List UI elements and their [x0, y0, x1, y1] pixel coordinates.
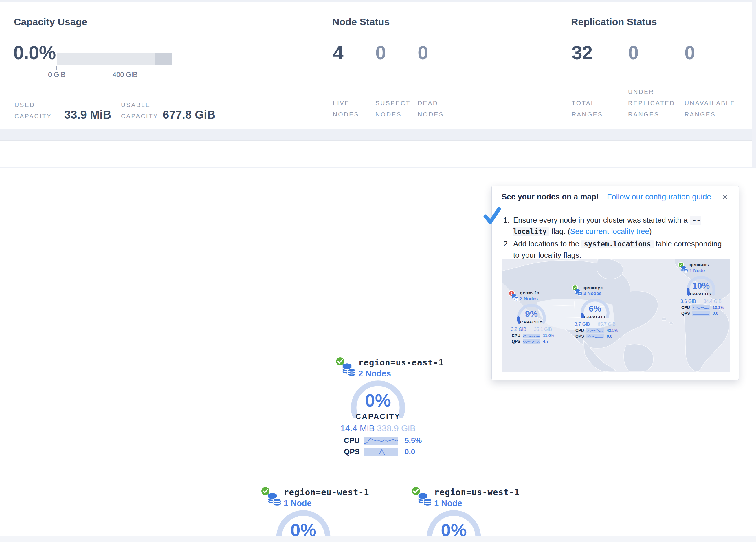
unavailable-label: UNAVAILABLERANGES	[685, 97, 735, 120]
used-value: 14.4 MiB	[340, 423, 375, 433]
cpu-label: CPU	[512, 333, 522, 338]
locality-tree-link[interactable]: See current locality tree	[570, 227, 649, 236]
geo-card-ams[interactable]: geo=ams 1 Node 10% CAPACITY 3.6 GiB 34.4…	[678, 262, 724, 316]
live-nodes-label: LIVENODES	[333, 97, 359, 120]
gauge-capacity-label: CAPACITY	[685, 292, 717, 296]
config-step-2: 2. Add locations to the system.locations…	[503, 238, 723, 260]
replication-status-title: Replication Status	[571, 16, 657, 27]
region-card-us-west-1[interactable]: region=us-west-1 1 Node 0% CAPACITY 9.6 …	[405, 485, 502, 542]
qps-label: QPS	[681, 311, 692, 316]
live-nodes-count: 4	[333, 42, 343, 64]
suspect-nodes-label: SUSPECTNODES	[375, 97, 411, 120]
gauge-capacity-label: CAPACITY	[579, 315, 611, 319]
capacity-axis-400: 400 GiB	[108, 71, 142, 79]
database-nodes-icon	[680, 265, 689, 273]
capacity-gauge: 6% CAPACITY	[579, 297, 611, 320]
suspect-nodes-count: 0	[375, 42, 386, 64]
usable-capacity-value: 677.8 GiB	[163, 108, 215, 121]
database-nodes-icon	[266, 491, 282, 508]
popup-title: See your nodes on a map!	[502, 192, 599, 201]
geo-name: geo=ams	[689, 262, 709, 267]
qps-sparkline	[523, 339, 540, 344]
qps-value: 0.0	[607, 334, 612, 339]
geo-name: geo=sfo	[520, 290, 539, 296]
capacity-gauge: 9% CAPACITY	[515, 303, 548, 326]
config-step-1: 1. Ensure every node in your cluster was…	[503, 214, 723, 237]
cpu-sparkline	[523, 334, 540, 338]
unavailable-count: 0	[685, 42, 695, 64]
qps-label: QPS	[575, 334, 586, 339]
under-replicated-count: 0	[628, 42, 638, 64]
qps-sparkline	[692, 311, 710, 316]
cpu-label: CPU	[681, 305, 692, 310]
gauge-percent: 9%	[515, 309, 548, 319]
region-node-count[interactable]: 1 Node	[284, 499, 369, 508]
close-button[interactable]	[721, 193, 729, 201]
cpu-value: 11.0%	[543, 333, 554, 338]
dead-nodes-count: 0	[418, 42, 428, 64]
configuration-guide-link[interactable]: Follow our configuration guide	[607, 192, 711, 201]
region-name: region=us-west-1	[434, 487, 520, 497]
region-name: region=us-east-1	[358, 358, 444, 368]
region-node-count[interactable]: 2 Nodes	[358, 369, 444, 379]
cluster-summary-panel: Capacity Usage 0.0% 0 GiB 400 GiB USEDCA…	[0, 2, 752, 129]
cpu-label: CPU	[344, 436, 362, 445]
region-name: region=eu-west-1	[284, 487, 369, 497]
node-status-title: Node Status	[332, 16, 390, 27]
cpu-sparkline	[586, 328, 604, 333]
geo-node-count[interactable]: 1 Node	[689, 268, 709, 273]
gauge-percent: 0%	[348, 390, 408, 411]
capacity-axis-0: 0 GiB	[39, 71, 74, 79]
capacity-gauge: 10% CAPACITY	[685, 275, 717, 297]
cpu-value: 42.5%	[607, 328, 618, 333]
total-ranges-count: 32	[572, 42, 592, 64]
gauge-percent: 10%	[685, 281, 717, 291]
total-ranges-label: TOTALRANGES	[572, 97, 603, 120]
region-card-us-east-1[interactable]: region=us-east-1 2 Nodes 0% CAPACITY 14.…	[329, 355, 427, 456]
region-node-count[interactable]: 1 Node	[434, 499, 520, 508]
total-value: 338.9 GiB	[377, 423, 416, 433]
used-capacity-label: USEDCAPACITY	[14, 99, 52, 122]
qps-value: 0.0	[405, 447, 415, 456]
cpu-label: CPU	[575, 328, 586, 333]
capacity-bar-reserved	[155, 53, 172, 65]
database-nodes-icon	[417, 491, 433, 508]
used-value: 3.2 GiB	[511, 327, 526, 332]
view-toolbar: Node Map Cluster 10m Past 10 Minutes	[0, 140, 752, 167]
capacity-gauge: 0% CAPACITY	[348, 379, 408, 421]
cpu-value: 12.3%	[713, 305, 724, 310]
usable-capacity-label: USABLECAPACITY	[121, 99, 158, 122]
geo-node-count[interactable]: 2 Nodes	[583, 291, 603, 296]
under-replicated-label: UNDER-REPLICATEDRANGES	[628, 86, 675, 120]
cpu-sparkline	[364, 437, 398, 445]
gauge-percent: 6%	[579, 304, 611, 314]
cpu-value: 5.5%	[405, 436, 422, 445]
gauge-capacity-label: CAPACITY	[348, 412, 408, 421]
dead-nodes-label: DEADNODES	[418, 97, 444, 120]
capacity-usage-title: Capacity Usage	[14, 16, 87, 27]
database-nodes-icon	[511, 293, 519, 302]
geo-card-nyc[interactable]: geo=nyc 2 Nodes 6% CAPACITY 3.7 GiB 65.7…	[572, 285, 618, 339]
capacity-percent: 0.0%	[13, 42, 56, 64]
close-icon	[721, 193, 729, 201]
geo-card-sfo[interactable]: 1 geo=sfo 2 Nodes 9% CAPACITY	[508, 290, 555, 344]
cluster-overview-page: Capacity Usage 0.0% 0 GiB 400 GiB USEDCA…	[0, 0, 756, 542]
qps-sparkline	[586, 334, 604, 339]
total-value: 35.1 GiB	[534, 327, 552, 332]
qps-label: QPS	[344, 447, 362, 456]
geo-name: geo=nyc	[583, 285, 603, 291]
region-card-eu-west-1[interactable]: region=eu-west-1 1 Node 0% CAPACITY 9.9 …	[255, 485, 352, 542]
total-value: 34.4 GiB	[704, 299, 722, 304]
total-value: 65.7 GiB	[598, 322, 616, 327]
database-nodes-icon	[575, 288, 583, 296]
cpu-sparkline	[692, 306, 710, 310]
geo-node-count[interactable]: 2 Nodes	[520, 296, 539, 302]
system-locations-code: system.locations	[581, 240, 654, 248]
qps-value: 0.0	[713, 311, 718, 316]
capacity-bar	[57, 53, 172, 65]
used-value: 3.7 GiB	[575, 322, 590, 327]
world-map-preview: 1 geo=sfo 2 Nodes 9% CAPACITY	[502, 259, 730, 372]
gauge-capacity-label: CAPACITY	[515, 320, 548, 324]
qps-label: QPS	[512, 339, 522, 344]
database-nodes-icon	[341, 362, 357, 378]
